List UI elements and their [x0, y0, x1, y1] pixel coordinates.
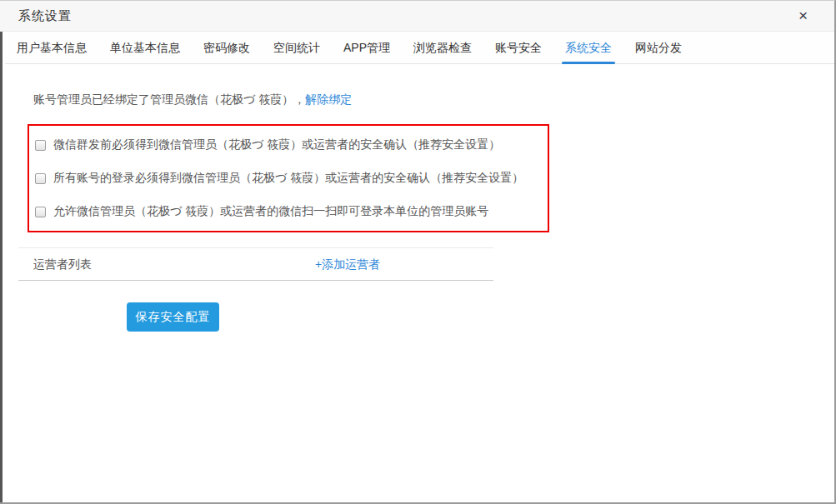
system-security-panel: 账号管理员已经绑定了管理员微信（花极づ 筱葭），解除绑定 微信群发前必须得到微信…: [0, 64, 834, 332]
dialog-header: 系统设置 ×: [0, 1, 834, 32]
tab-account-security[interactable]: 账号安全: [483, 32, 553, 63]
binding-status-text: 账号管理员已经绑定了管理员微信（花极づ 筱葭），: [33, 92, 305, 106]
tab-user-basic-info[interactable]: 用户基本信息: [5, 32, 98, 63]
unbind-link[interactable]: 解除绑定: [305, 92, 352, 106]
security-options-highlight-box: 微信群发前必须得到微信管理员（花极づ 筱葭）或运营者的安全确认（推荐安全设置） …: [28, 124, 549, 232]
tab-site-distribution[interactable]: 网站分发: [623, 32, 693, 63]
dialog-title: 系统设置: [18, 8, 72, 24]
option-row-login-confirm[interactable]: 所有账号的登录必须得到微信管理员（花极づ 筱葭）或运营者的安全确认（推荐安全设置…: [29, 162, 548, 195]
wechat-binding-status: 账号管理员已经绑定了管理员微信（花极づ 筱葭），解除绑定: [33, 91, 834, 107]
option-label: 允许微信管理员（花极づ 筱葭）或运营者的微信扫一扫即可登录本单位的管理员账号: [53, 204, 488, 219]
settings-tabbar: 用户基本信息 单位基本信息 密码修改 空间统计 APP管理 浏览器检查 账号安全…: [5, 32, 834, 64]
option-label: 微信群发前必须得到微信管理员（花极づ 筱葭）或运营者的安全确认（推荐安全设置）: [53, 137, 500, 152]
add-operator-link[interactable]: +添加运营者: [315, 257, 380, 272]
system-settings-dialog: 系统设置 × 用户基本信息 单位基本信息 密码修改 空间统计 APP管理 浏览器…: [0, 0, 836, 504]
tab-system-security[interactable]: 系统安全: [553, 32, 623, 63]
operators-list-header: 运营者列表 +添加运营者: [18, 248, 493, 281]
close-icon[interactable]: ×: [795, 6, 811, 26]
tab-password-change[interactable]: 密码修改: [192, 32, 262, 63]
option-label: 所有账号的登录必须得到微信管理员（花极づ 筱葭）或运营者的安全确认（推荐安全设置…: [53, 171, 523, 186]
checkbox-mass-message-confirm[interactable]: [35, 140, 46, 151]
checkbox-scan-login[interactable]: [35, 207, 46, 217]
tab-unit-basic-info[interactable]: 单位基本信息: [98, 32, 192, 63]
tab-app-management[interactable]: APP管理: [332, 32, 402, 63]
background-page-edge: [0, 32, 3, 502]
option-row-scan-login[interactable]: 允许微信管理员（花极づ 筱葭）或运营者的微信扫一扫即可登录本单位的管理员账号: [29, 195, 548, 228]
option-row-mass-message-confirm[interactable]: 微信群发前必须得到微信管理员（花极づ 筱葭）或运营者的安全确认（推荐安全设置）: [29, 128, 548, 162]
tab-browser-check[interactable]: 浏览器检查: [402, 32, 483, 63]
checkbox-login-confirm[interactable]: [35, 173, 46, 184]
tab-space-statistics[interactable]: 空间统计: [262, 32, 332, 63]
operators-list-label: 运营者列表: [33, 257, 92, 272]
save-security-config-button[interactable]: 保存安全配置: [127, 302, 219, 332]
